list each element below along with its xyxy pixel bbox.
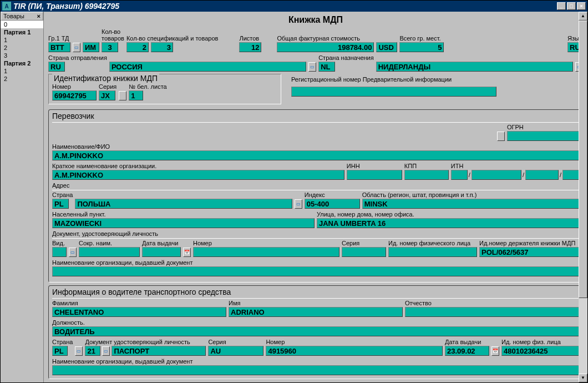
city-input[interactable]: MAZOWIECKI <box>52 218 315 228</box>
driver-doc-name[interactable]: ПАСПОРТ <box>111 346 206 356</box>
sidebar-item[interactable]: 2 <box>1 75 43 83</box>
carrier-legend: Перевозчик <box>52 112 579 120</box>
minimize-button[interactable]: _ <box>557 2 566 10</box>
sheets-input[interactable]: 12 <box>239 42 261 52</box>
itn2-input[interactable] <box>472 170 521 180</box>
driver-country-picker[interactable] <box>75 346 83 356</box>
carrier-country-name[interactable]: ПОЛЬША <box>75 199 292 209</box>
total-cost-label: Общая фактурная стоимость <box>277 35 374 42</box>
doc-num-input[interactable] <box>193 247 339 257</box>
sidebar-item[interactable]: Партия 2 <box>1 59 43 67</box>
carrier-panel: Перевозчик ОГРН Наименование/ФИОA.M.PINO… <box>48 109 583 283</box>
carrier-ogrn-picker[interactable] <box>497 132 505 141</box>
doc-short-input[interactable] <box>79 247 140 257</box>
close-button[interactable]: × <box>577 2 586 10</box>
sidebar-item[interactable]: 1 <box>1 67 43 75</box>
street-label: Улица, номер дома, номер офиса. <box>317 211 579 218</box>
ogrn-input[interactable] <box>507 131 579 141</box>
sidebar-item[interactable]: 2 <box>1 44 43 52</box>
sidebar-item[interactable]: Партия 1 <box>1 28 43 36</box>
itn1-input[interactable] <box>451 170 468 180</box>
sidebar-item[interactable]: 0 <box>1 21 43 28</box>
phys-id-input[interactable] <box>388 247 477 257</box>
dep-country-name[interactable]: РОССИЯ <box>109 62 306 72</box>
driver-phys-input[interactable]: 48010236425 <box>501 346 579 356</box>
index-input[interactable]: 05-400 <box>305 199 360 209</box>
app-window: A TIR (ПИ, Транзит) 69942795 _ □ × Товар… <box>0 0 588 383</box>
itn3-input[interactable] <box>525 170 559 180</box>
driver-pos-input[interactable]: ВОДИТЕЛЬ <box>52 326 579 336</box>
main-panel: Книжка МДП Гр.1 ТДВТТ ИМ Кол-во товаров3… <box>44 12 587 382</box>
goods-count-input[interactable]: 3 <box>102 42 118 52</box>
dest-country-code[interactable]: NL <box>318 62 335 72</box>
reg-num-input[interactable] <box>291 87 496 97</box>
driver-fam-input[interactable]: CHELENTANO <box>52 307 226 317</box>
gr1td-picker[interactable] <box>73 43 80 52</box>
total-cost-input[interactable]: 198784.00 <box>277 42 374 52</box>
region-input[interactable]: MINSK <box>362 199 579 209</box>
dep-country-code[interactable]: RU <box>48 62 65 72</box>
driver-patr-label: Отчество <box>405 300 579 306</box>
driver-num-label: Номер <box>266 339 443 345</box>
book-ser-label: Серия <box>99 83 116 90</box>
gross-input[interactable]: 5 <box>399 42 444 52</box>
scroll-down-button[interactable]: ▼ <box>579 374 587 382</box>
driver-ser-input[interactable]: AU <box>208 346 263 356</box>
driver-num-input[interactable]: 4915960 <box>266 346 443 356</box>
book-sheet-input[interactable]: 1 <box>129 90 143 100</box>
driver-doc-code[interactable]: 21 <box>85 346 100 356</box>
sidebar-close-icon[interactable]: × <box>37 13 40 19</box>
spec2-input[interactable]: 3 <box>151 42 173 52</box>
currency-input[interactable]: USD <box>376 42 397 52</box>
doc-ser-label: Серия <box>342 240 386 246</box>
carrier-country-code[interactable]: PL <box>52 199 69 209</box>
maximize-button[interactable]: □ <box>567 2 576 10</box>
dest-country-name[interactable]: НИДЕРЛАНДЫ <box>376 62 573 72</box>
sidebar-item[interactable]: 3 <box>1 52 43 59</box>
doc-date-label: Дата выдачи <box>142 240 181 246</box>
gr1td-label: Гр.1 ТД <box>48 35 70 42</box>
doc-type-picker[interactable] <box>69 248 77 257</box>
spec1-input[interactable]: 2 <box>126 42 149 52</box>
kpp-input[interactable] <box>404 170 449 180</box>
driver-country-input[interactable]: PL <box>52 346 68 356</box>
issuer-input[interactable] <box>52 266 579 276</box>
gr1td-input[interactable]: ВТТ <box>48 42 70 52</box>
scroll-up-button[interactable]: ▲ <box>579 12 587 21</box>
carrier-short-label: Краткое наименование организации. <box>52 163 344 169</box>
dep-country-picker[interactable] <box>308 62 316 72</box>
driver-date-input[interactable]: 23.09.02 <box>445 346 489 356</box>
carrier-country-picker[interactable] <box>295 199 302 209</box>
sidebar-tab-goods[interactable]: Товары × <box>1 12 43 21</box>
doc-type-input[interactable] <box>52 247 67 257</box>
book-ser-input[interactable]: JX <box>99 90 115 100</box>
driver-doc-picker[interactable] <box>102 346 110 356</box>
kpp-label: КПП <box>404 163 449 169</box>
scroll-thumb[interactable] <box>579 21 587 298</box>
spec-label: Кол-во спецификаций и товаров <box>126 35 218 42</box>
issuer-label: Наименование организации, выдавшей докум… <box>52 259 579 266</box>
book-num-label: Номер <box>52 83 97 90</box>
window-title: TIR (ПИ, Транзит) 69942795 <box>13 2 557 11</box>
doc-ser-input[interactable] <box>342 247 386 257</box>
street-input[interactable]: JANA UMBERTA 16 <box>317 218 579 228</box>
driver-issuer-input[interactable] <box>52 365 579 375</box>
doc-date-calendar[interactable] <box>183 248 191 257</box>
book-sheet-picker[interactable] <box>119 91 126 100</box>
driver-issuer-label: Наименование организации, выдавшей докум… <box>52 358 579 365</box>
driver-patr-input[interactable] <box>405 307 579 317</box>
region-label: Область (регион, штат, провинция и т.п.) <box>362 192 579 198</box>
driver-name-input[interactable]: ADRIANO <box>229 307 403 317</box>
driver-date-calendar[interactable] <box>491 346 499 356</box>
vertical-scrollbar[interactable]: ▲ ▼ <box>579 12 587 382</box>
doc-date-input[interactable] <box>142 247 181 257</box>
carrier-short-input[interactable]: A.M.PINOKKO <box>52 170 344 180</box>
im-input[interactable]: ИМ <box>83 42 99 52</box>
driver-pos-label: Должность. <box>52 319 579 326</box>
holder-input[interactable]: POL/062/5637 <box>479 247 579 257</box>
sidebar-item[interactable]: 1 <box>1 36 43 44</box>
itn4-input[interactable] <box>562 170 579 180</box>
carrier-name-input[interactable]: A.M.PINOKKO <box>52 150 579 160</box>
book-num-input[interactable]: 69942795 <box>52 90 97 100</box>
inn-input[interactable] <box>347 170 402 180</box>
